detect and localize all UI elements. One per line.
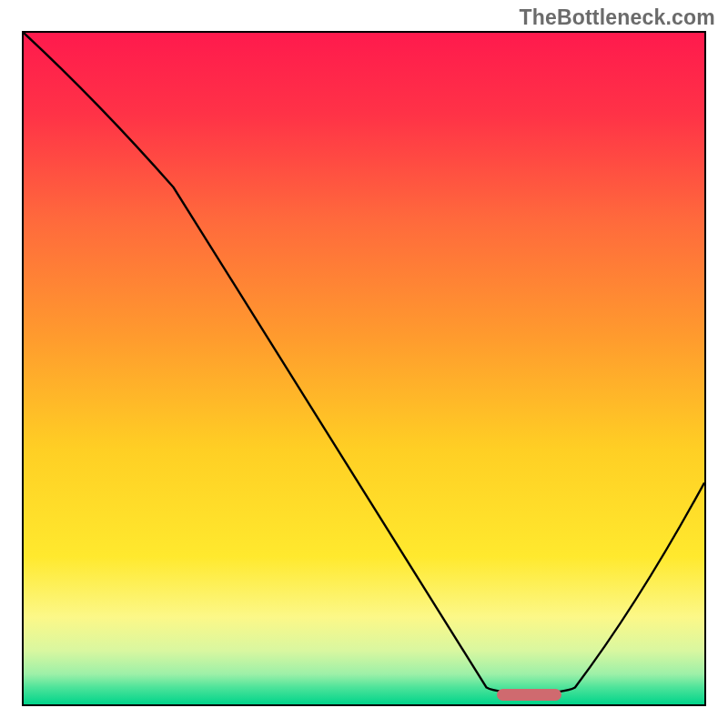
- watermark-text: TheBottleneck.com: [519, 5, 715, 30]
- plot-frame: [22, 31, 706, 706]
- stage: TheBottleneck.com: [0, 0, 728, 728]
- bottleneck-curve: [24, 33, 704, 704]
- valley-marker: [497, 689, 561, 701]
